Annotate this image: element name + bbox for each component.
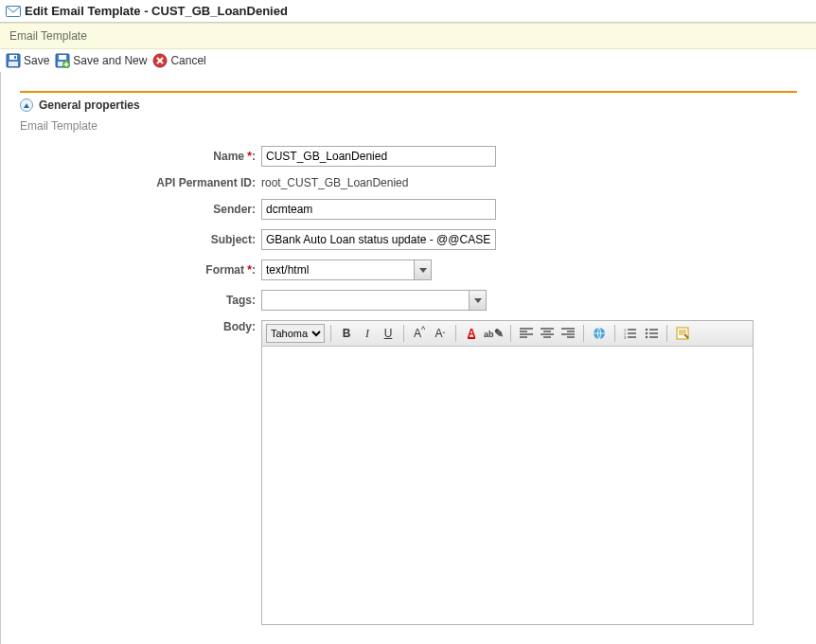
section-title: General properties (39, 98, 140, 112)
unordered-list-button[interactable] (642, 324, 661, 343)
svg-rect-4 (9, 62, 18, 66)
row-tags: Tags: (20, 290, 797, 311)
cancel-icon (152, 53, 168, 68)
format-label: Format *: (20, 263, 261, 277)
api-id-value: root_CUST_GB_LoanDenied (261, 176, 408, 189)
page-header: Edit Email Template - CUST_GB_LoanDenied (0, 0, 816, 23)
row-sender: Sender: (20, 199, 797, 220)
body-label: Body: (20, 320, 261, 333)
row-api-id: API Permanent ID: root_CUST_GB_LoanDenie… (20, 176, 797, 189)
breadcrumb: Email Template (0, 23, 816, 49)
save-label: Save (24, 54, 49, 67)
subject-input[interactable] (261, 229, 496, 250)
align-center-button[interactable] (538, 324, 557, 343)
action-toolbar: Save Save and New Cancel (0, 49, 816, 72)
cancel-label: Cancel (170, 54, 205, 67)
format-value (262, 260, 414, 279)
font-family-select[interactable]: Tahoma (266, 324, 325, 343)
row-body: Body: Tahoma B I U A^ Aˇ A ab✎ (20, 320, 797, 625)
font-color-button[interactable]: A (462, 324, 481, 343)
toolbar-separator (455, 325, 456, 342)
tags-input[interactable] (262, 291, 469, 310)
subject-label: Subject: (20, 233, 261, 246)
sender-input[interactable] (261, 199, 496, 220)
italic-button[interactable]: I (358, 324, 377, 343)
svg-rect-3 (14, 56, 16, 59)
section-divider (20, 91, 797, 93)
row-format: Format *: (20, 259, 797, 280)
chevron-down-icon (419, 268, 427, 273)
source-edit-button[interactable] (673, 324, 692, 343)
align-left-button[interactable] (517, 324, 536, 343)
toolbar-separator (583, 325, 584, 342)
sender-label: Sender: (20, 203, 261, 216)
superscript-button[interactable]: A^ (410, 324, 429, 343)
svg-point-14 (645, 329, 647, 331)
row-subject: Subject: (20, 229, 797, 250)
svg-text:3: 3 (624, 335, 627, 339)
rich-text-editor: Tahoma B I U A^ Aˇ A ab✎ (261, 320, 754, 625)
tags-dropdown-button[interactable] (469, 291, 486, 310)
underline-button[interactable]: U (379, 324, 398, 343)
page-title: Edit Email Template - CUST_GB_LoanDenied (25, 4, 288, 18)
svg-point-16 (645, 336, 647, 338)
toolbar-separator (403, 325, 404, 342)
collapse-toggle[interactable] (20, 98, 33, 112)
align-right-button[interactable] (559, 324, 577, 343)
svg-rect-6 (59, 55, 66, 60)
chevron-up-icon (24, 103, 29, 108)
toolbar-separator (614, 325, 615, 342)
save-new-label: Save and New (73, 54, 147, 67)
format-dropdown-button[interactable] (414, 260, 431, 279)
toolbar-separator (666, 325, 667, 342)
format-select[interactable] (261, 259, 432, 280)
ordered-list-button[interactable]: 123 (621, 324, 640, 343)
mail-icon (6, 5, 21, 18)
chevron-down-icon (474, 298, 482, 303)
api-id-label: API Permanent ID: (20, 176, 261, 189)
toolbar-separator (330, 325, 331, 342)
toolbar-separator (510, 325, 511, 342)
highlight-button[interactable]: ab✎ (483, 324, 505, 343)
main-panel: General properties Email Template Name *… (1, 72, 816, 644)
save-icon (6, 53, 21, 68)
bold-button[interactable]: B (337, 324, 356, 343)
tags-label: Tags: (20, 294, 261, 307)
subscript-button[interactable]: Aˇ (431, 324, 450, 343)
insert-link-button[interactable] (590, 324, 609, 343)
body-textarea[interactable] (262, 347, 753, 621)
cancel-button[interactable]: Cancel (152, 53, 205, 68)
editor-toolbar: Tahoma B I U A^ Aˇ A ab✎ (262, 321, 753, 347)
svg-point-15 (645, 332, 647, 334)
name-input[interactable] (261, 146, 496, 167)
section-sub-label: Email Template (20, 119, 797, 133)
name-label: Name *: (20, 150, 261, 163)
row-name: Name *: (20, 146, 797, 167)
save-and-new-button[interactable]: Save and New (55, 53, 147, 68)
section-header: General properties (20, 98, 797, 112)
save-button[interactable]: Save (6, 53, 49, 68)
tags-select[interactable] (261, 290, 487, 311)
save-new-icon (55, 53, 70, 68)
